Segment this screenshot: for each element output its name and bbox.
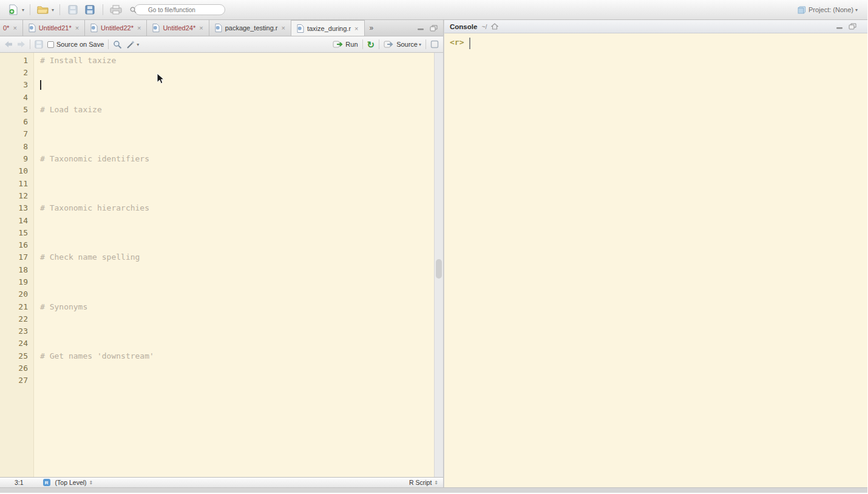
editor-line[interactable]: 7 — [0, 128, 434, 140]
project-selector[interactable]: Project: (None) ▾ — [798, 6, 858, 14]
tab-close-icon[interactable]: × — [75, 24, 79, 32]
editor-line[interactable]: 27 — [0, 374, 434, 387]
maximize-pane-icon[interactable] — [430, 25, 438, 32]
maximize-pane-icon[interactable] — [849, 23, 856, 30]
editor-line[interactable]: 10 — [0, 165, 434, 177]
editor-line[interactable]: 9# Taxonomic identifiers — [0, 152, 434, 164]
goto-file-input[interactable] — [134, 4, 225, 15]
minimize-pane-icon[interactable] — [836, 24, 843, 30]
print-button[interactable] — [109, 3, 123, 16]
editor-line[interactable]: 18 — [0, 263, 434, 276]
mouse-cursor — [157, 73, 165, 85]
line-number: 25 — [0, 351, 34, 360]
open-file-dropdown-icon[interactable]: ▾ — [52, 7, 54, 13]
editor-line[interactable]: 8 — [0, 140, 434, 152]
source-dropdown-icon[interactable]: ▾ — [419, 42, 421, 47]
source-on-save-toggle[interactable]: Source on Save — [47, 41, 104, 48]
editor-line[interactable]: 17# Check name spelling — [0, 251, 434, 263]
line-code — [34, 80, 41, 90]
editor-scrollbar[interactable] — [434, 53, 443, 477]
source-pane: 0*×Untitled21*×Untitled22*×Untitled24*×p… — [0, 20, 444, 487]
console-working-directory[interactable]: ~/ — [481, 23, 487, 30]
line-number: 22 — [0, 314, 34, 323]
code-tools-dropdown-icon: ▾ — [137, 42, 139, 47]
console-path-home-icon[interactable] — [491, 23, 498, 30]
file-type-label: R Script — [409, 479, 432, 486]
editor-line[interactable]: 21# Synonyms — [0, 300, 434, 313]
source-button[interactable]: Source ▾ — [384, 41, 421, 48]
line-number: 2 — [0, 68, 34, 77]
toolbar-separator — [59, 4, 60, 15]
editor-line[interactable]: 12 — [0, 189, 434, 201]
line-number: 14 — [0, 216, 34, 225]
editor-line[interactable]: 16 — [0, 239, 434, 251]
line-number: 27 — [0, 376, 34, 385]
editor-line[interactable]: 19 — [0, 276, 434, 288]
editor-line[interactable]: 25# Get names 'downstream' — [0, 350, 434, 362]
tab-close-icon[interactable]: × — [354, 25, 358, 32]
line-number: 16 — [0, 240, 34, 249]
console-title: Console — [450, 23, 477, 30]
editor-line[interactable]: 22 — [0, 313, 434, 325]
checkbox-icon[interactable] — [47, 41, 54, 48]
tab-label: Untitled22* — [101, 24, 134, 32]
line-code: # Check name spelling — [34, 252, 140, 262]
scope-selector[interactable]: (Top Level) ⇕ — [55, 479, 93, 486]
line-code: # Synonyms — [34, 302, 87, 311]
editor-line[interactable]: 4 — [0, 91, 434, 103]
forward-icon[interactable] — [17, 41, 25, 48]
editor-line[interactable]: 2 — [0, 66, 434, 78]
editor-line[interactable]: 14 — [0, 214, 434, 226]
editor-line[interactable]: 11 — [0, 177, 434, 189]
line-number: 24 — [0, 339, 34, 348]
rstudio-window: ▾ ▾ — [0, 0, 868, 494]
code-tools-button[interactable]: ▾ — [126, 40, 139, 49]
editor-tab-0-[interactable]: 0*× — [0, 20, 23, 36]
tab-overflow-button[interactable]: » — [365, 20, 378, 36]
console-text-cursor — [469, 38, 470, 49]
editor-tab-taxize-during-r[interactable]: taxize_during.r× — [291, 20, 365, 36]
editor-line[interactable]: 6 — [0, 115, 434, 127]
editor-line[interactable]: 23 — [0, 325, 434, 337]
scrollbar-thumb[interactable] — [436, 259, 442, 279]
new-file-button[interactable] — [6, 3, 21, 16]
line-number: 10 — [0, 166, 34, 175]
project-dropdown-icon: ▾ — [855, 7, 858, 13]
editor[interactable]: 1# Install taxize2345# Load taxize6789# … — [0, 53, 443, 477]
open-file-button[interactable] — [36, 3, 50, 16]
save-all-icon — [85, 5, 95, 15]
run-button[interactable]: Run — [333, 41, 358, 48]
editor-line[interactable]: 5# Load taxize — [0, 103, 434, 115]
console-input-area[interactable]: <r> — [444, 33, 867, 487]
editor-tab-untitled22-[interactable]: Untitled22*× — [85, 20, 147, 36]
editor-tab-package-testing-r[interactable]: package_testing.r× — [209, 20, 291, 36]
find-replace-icon[interactable] — [113, 40, 122, 49]
save-all-button[interactable] — [83, 3, 97, 16]
editor-line[interactable]: 1# Install taxize — [0, 54, 434, 66]
line-number: 19 — [0, 277, 34, 286]
line-number: 23 — [0, 327, 34, 336]
save-button[interactable] — [66, 3, 80, 16]
editor-line[interactable]: 13# Taxonomic hierarchies — [0, 202, 434, 214]
compile-notebook-icon[interactable] — [430, 40, 439, 49]
magic-wand-icon — [126, 40, 135, 49]
save-icon[interactable] — [35, 40, 43, 49]
tab-close-icon[interactable]: × — [137, 24, 141, 32]
editor-line[interactable]: 24 — [0, 337, 434, 350]
tab-label: 0* — [3, 24, 9, 32]
rerun-icon[interactable]: ↻ — [367, 40, 375, 49]
tab-close-icon[interactable]: × — [13, 24, 16, 32]
editor-line[interactable]: 20 — [0, 288, 434, 300]
minimize-pane-icon[interactable] — [417, 25, 424, 31]
editor-line[interactable]: 3 — [0, 79, 434, 91]
editor-line[interactable]: 15 — [0, 226, 434, 239]
tab-close-icon[interactable]: × — [281, 24, 285, 32]
back-icon[interactable] — [4, 41, 13, 48]
editor-tab-untitled24-[interactable]: Untitled24*× — [147, 20, 209, 36]
new-file-dropdown-icon[interactable]: ▾ — [22, 7, 24, 13]
console-header: Console ~/ — [444, 20, 867, 33]
editor-line[interactable]: 26 — [0, 362, 434, 374]
editor-tab-untitled21-[interactable]: Untitled21*× — [23, 20, 85, 36]
tab-close-icon[interactable]: × — [199, 24, 203, 32]
file-type-selector[interactable]: R Script ⇕ — [409, 479, 438, 486]
